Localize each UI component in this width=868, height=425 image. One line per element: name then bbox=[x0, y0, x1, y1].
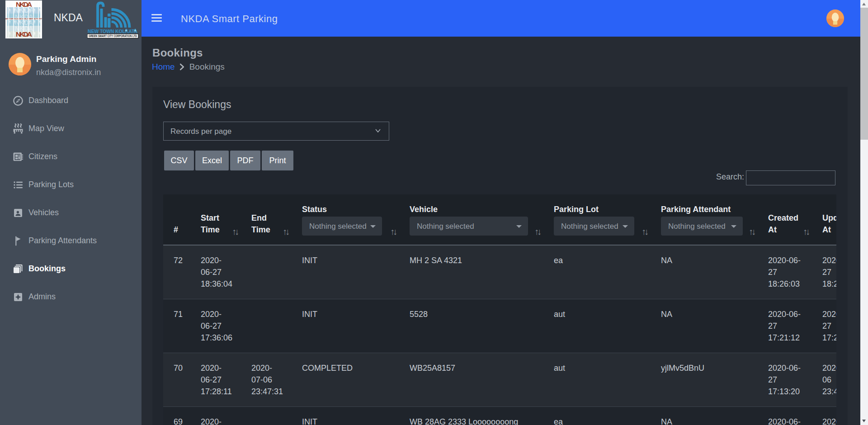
svg-text:NKDA: NKDA bbox=[16, 0, 32, 8]
svg-text:NKDA: NKDA bbox=[16, 30, 32, 38]
svg-text:NEW TOWN KOLKATA: NEW TOWN KOLKATA bbox=[88, 28, 137, 34]
svg-text:GREEN SMART CITY CORPORATION L: GREEN SMART CITY CORPORATION LTD bbox=[89, 34, 137, 38]
